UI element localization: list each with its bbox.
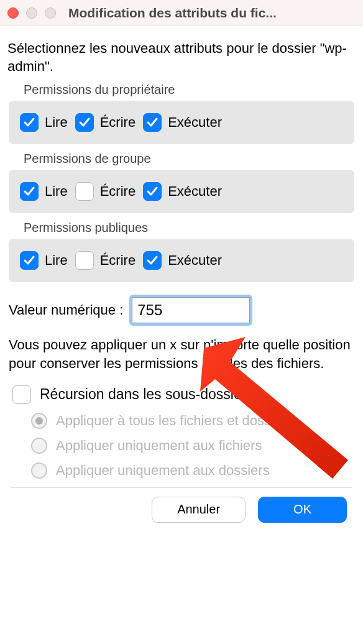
dialog-footer: Annuler OK xyxy=(6,497,357,533)
group-execute[interactable]: Exécuter xyxy=(143,182,222,201)
prompt-text: Sélectionnez les nouveaux attributs pour… xyxy=(7,40,356,75)
recurse-checkbox-row[interactable]: Récursion dans les sous-dossiers xyxy=(12,385,354,404)
numeric-value-row: Valeur numérique : xyxy=(9,295,354,326)
checkbox-label: Lire xyxy=(45,252,68,269)
recurse-option-dirs: Appliquer uniquement aux dossiers xyxy=(31,462,354,479)
checkbox-label: Exécuter xyxy=(168,114,222,131)
ok-button[interactable]: OK xyxy=(258,497,347,523)
checkbox-label: Lire xyxy=(45,114,68,131)
group-read[interactable]: Lire xyxy=(20,182,68,201)
divider xyxy=(11,487,352,488)
public-execute[interactable]: Exécuter xyxy=(143,251,222,270)
checkbox-label: Lire xyxy=(45,183,68,200)
radio-icon xyxy=(31,462,47,479)
window-title: Modification des attributs du fic... xyxy=(68,6,356,21)
group-write[interactable]: Écrire xyxy=(75,182,136,201)
checkbox-label: Exécuter xyxy=(168,183,222,200)
public-write[interactable]: Écrire xyxy=(75,251,136,270)
close-icon[interactable] xyxy=(7,7,19,19)
checkbox-icon[interactable] xyxy=(12,385,31,404)
owner-permissions-label: Permissions du propriétaire xyxy=(24,83,357,97)
checkbox-label: Écrire xyxy=(100,183,136,200)
recurse-options: Appliquer à tous les fichiers et dossier… xyxy=(31,413,354,479)
public-permissions-box: Lire Écrire Exécuter xyxy=(9,239,354,282)
checkbox-label: Exécuter xyxy=(168,252,222,269)
recurse-option-files: Appliquer uniquement aux fichiers xyxy=(31,438,354,454)
checkbox-icon[interactable] xyxy=(143,182,162,201)
group-permissions-label: Permissions de groupe xyxy=(24,152,357,166)
window-controls xyxy=(7,7,56,19)
radio-icon xyxy=(31,438,47,454)
numeric-value-label: Valeur numérique : xyxy=(9,302,123,318)
radio-label: Appliquer uniquement aux fichiers xyxy=(56,438,262,454)
radio-icon xyxy=(31,413,47,429)
checkbox-icon[interactable] xyxy=(75,182,94,201)
zoom-icon[interactable] xyxy=(45,7,56,19)
group-permissions-box: Lire Écrire Exécuter xyxy=(9,170,354,213)
checkbox-icon[interactable] xyxy=(20,113,39,132)
checkbox-icon[interactable] xyxy=(143,113,162,132)
checkbox-label: Écrire xyxy=(100,114,136,131)
owner-permissions-box: Lire Écrire Exécuter xyxy=(9,101,354,144)
owner-read[interactable]: Lire xyxy=(20,113,68,132)
public-permissions-label: Permissions publiques xyxy=(24,221,357,235)
numeric-value-input[interactable] xyxy=(132,297,250,323)
recurse-option-all: Appliquer à tous les fichiers et dossier… xyxy=(31,413,354,429)
radio-label: Appliquer à tous les fichiers et dossier… xyxy=(56,413,293,429)
titlebar: Modification des attributs du fic... xyxy=(0,0,363,26)
checkbox-icon[interactable] xyxy=(75,113,94,132)
hint-text: Vous pouvez appliquer un x sur n'importe… xyxy=(9,336,354,372)
checkbox-icon[interactable] xyxy=(20,251,39,270)
minimize-icon[interactable] xyxy=(26,7,37,19)
checkbox-icon[interactable] xyxy=(143,251,162,270)
owner-execute[interactable]: Exécuter xyxy=(143,113,222,132)
radio-label: Appliquer uniquement aux dossiers xyxy=(56,462,270,479)
public-read[interactable]: Lire xyxy=(20,251,68,270)
owner-write[interactable]: Écrire xyxy=(75,113,136,132)
checkbox-icon[interactable] xyxy=(75,251,94,270)
cancel-button[interactable]: Annuler xyxy=(152,497,246,523)
recurse-label: Récursion dans les sous-dossiers xyxy=(40,386,254,403)
checkbox-icon[interactable] xyxy=(20,182,39,201)
checkbox-label: Écrire xyxy=(100,252,136,269)
